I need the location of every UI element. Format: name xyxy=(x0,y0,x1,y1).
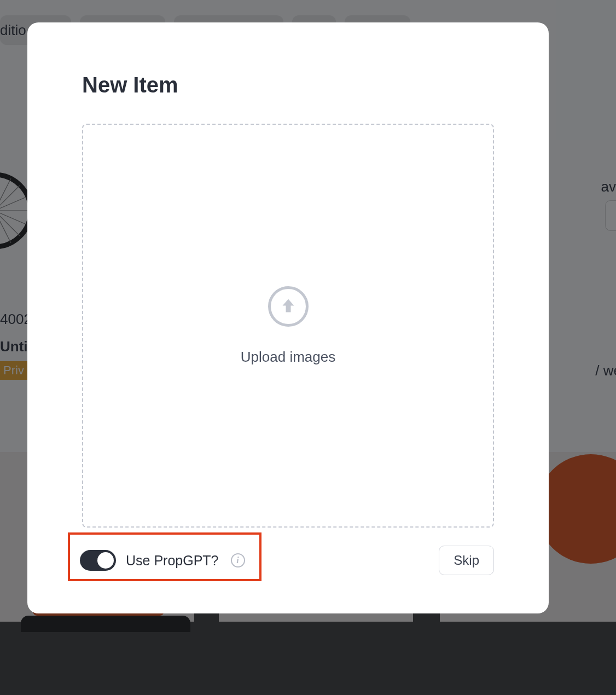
upload-label: Upload images xyxy=(241,349,335,366)
propgpt-toggle[interactable] xyxy=(80,550,116,571)
toggle-knob xyxy=(97,552,114,569)
upload-dropzone[interactable]: Upload images xyxy=(82,124,494,528)
skip-button[interactable]: Skip xyxy=(439,546,494,575)
new-item-modal: New Item Upload images Use PropGPT? i Sk… xyxy=(27,22,549,613)
modal-title: New Item xyxy=(82,73,494,97)
propgpt-toggle-label: Use PropGPT? xyxy=(126,553,219,569)
modal-footer: Use PropGPT? i Skip xyxy=(82,529,494,575)
info-icon[interactable]: i xyxy=(231,553,245,567)
propgpt-toggle-group: Use PropGPT? i xyxy=(80,550,245,571)
upload-arrow-circle-icon xyxy=(268,286,309,327)
